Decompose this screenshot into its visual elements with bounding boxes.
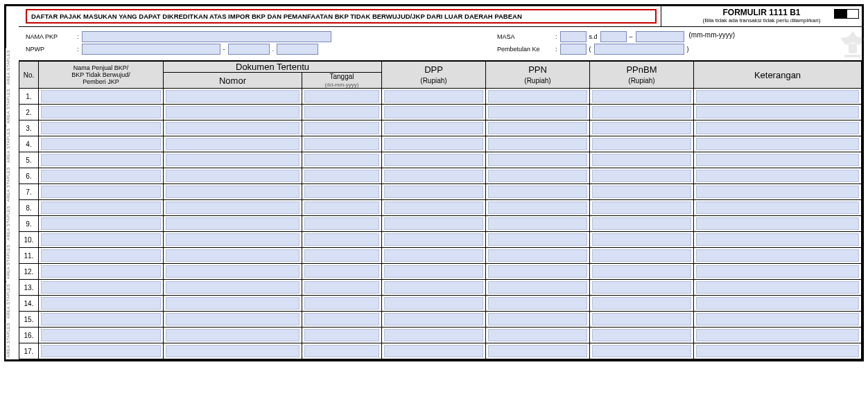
input-ppnbm[interactable] bbox=[592, 170, 691, 182]
input-nomor[interactable] bbox=[166, 233, 300, 246]
input-nama[interactable] bbox=[41, 106, 161, 118]
input-dpp[interactable] bbox=[384, 265, 483, 278]
input-nomor[interactable] bbox=[166, 90, 300, 102]
input-keterangan[interactable] bbox=[696, 170, 859, 182]
input-tanggal[interactable] bbox=[304, 90, 379, 102]
input-dpp[interactable] bbox=[384, 297, 483, 310]
input-ppn[interactable] bbox=[488, 345, 587, 357]
input-nomor[interactable] bbox=[166, 281, 300, 294]
input-ppn[interactable] bbox=[488, 154, 587, 166]
input-dpp[interactable] bbox=[384, 138, 483, 150]
input-nama[interactable] bbox=[41, 154, 161, 166]
input-dpp[interactable] bbox=[384, 281, 483, 294]
input-ppnbm[interactable] bbox=[592, 281, 691, 294]
input-nomor[interactable] bbox=[166, 106, 300, 118]
input-nomor[interactable] bbox=[166, 249, 300, 262]
input-ppnbm[interactable] bbox=[592, 106, 691, 118]
input-ppn[interactable] bbox=[488, 170, 587, 182]
input-nomor[interactable] bbox=[166, 345, 300, 357]
pembetulan-no-input[interactable] bbox=[560, 44, 587, 55]
input-nomor[interactable] bbox=[166, 138, 300, 150]
nama-pkp-input[interactable] bbox=[82, 31, 331, 42]
input-keterangan[interactable] bbox=[696, 90, 859, 102]
input-nama[interactable] bbox=[41, 233, 161, 246]
input-keterangan[interactable] bbox=[696, 202, 859, 214]
input-dpp[interactable] bbox=[384, 217, 483, 230]
input-nama[interactable] bbox=[41, 329, 161, 341]
masa-from-input[interactable] bbox=[560, 31, 587, 42]
input-ppnbm[interactable] bbox=[592, 265, 691, 278]
input-keterangan[interactable] bbox=[696, 106, 859, 118]
input-tanggal[interactable] bbox=[304, 186, 379, 198]
npwp-input-3[interactable] bbox=[277, 44, 318, 55]
input-nama[interactable] bbox=[41, 186, 161, 198]
masa-to-input[interactable] bbox=[600, 31, 627, 42]
input-ppn[interactable] bbox=[488, 106, 587, 118]
input-nomor[interactable] bbox=[166, 265, 300, 278]
input-ppn[interactable] bbox=[488, 233, 587, 246]
input-tanggal[interactable] bbox=[304, 138, 379, 150]
input-nama[interactable] bbox=[41, 202, 161, 214]
input-nomor[interactable] bbox=[166, 313, 300, 325]
input-nama[interactable] bbox=[41, 265, 161, 278]
input-nomor[interactable] bbox=[166, 202, 300, 214]
input-dpp[interactable] bbox=[384, 90, 483, 102]
input-nama[interactable] bbox=[41, 249, 161, 262]
input-ppnbm[interactable] bbox=[592, 233, 691, 246]
input-ppn[interactable] bbox=[488, 313, 587, 325]
input-ppnbm[interactable] bbox=[592, 297, 691, 310]
input-keterangan[interactable] bbox=[696, 281, 859, 294]
checkbox-2[interactable] bbox=[847, 9, 859, 19]
input-tanggal[interactable] bbox=[304, 249, 379, 262]
input-nama[interactable] bbox=[41, 297, 161, 310]
input-keterangan[interactable] bbox=[696, 249, 859, 262]
input-ppnbm[interactable] bbox=[592, 90, 691, 102]
input-tanggal[interactable] bbox=[304, 329, 379, 341]
input-nama[interactable] bbox=[41, 313, 161, 325]
input-ppnbm[interactable] bbox=[592, 329, 691, 341]
input-ppn[interactable] bbox=[488, 249, 587, 262]
input-dpp[interactable] bbox=[384, 186, 483, 198]
input-keterangan[interactable] bbox=[696, 217, 859, 230]
input-keterangan[interactable] bbox=[696, 138, 859, 150]
input-nama[interactable] bbox=[41, 217, 161, 230]
input-nama[interactable] bbox=[41, 345, 161, 357]
input-ppn[interactable] bbox=[488, 90, 587, 102]
input-ppnbm[interactable] bbox=[592, 202, 691, 214]
input-dpp[interactable] bbox=[384, 122, 483, 134]
masa-year-input[interactable] bbox=[636, 31, 684, 42]
input-nomor[interactable] bbox=[166, 122, 300, 134]
input-tanggal[interactable] bbox=[304, 154, 379, 166]
input-keterangan[interactable] bbox=[696, 233, 859, 246]
input-nama[interactable] bbox=[41, 281, 161, 294]
input-keterangan[interactable] bbox=[696, 329, 859, 341]
pembetulan-word-input[interactable] bbox=[594, 44, 684, 55]
checkbox-1[interactable] bbox=[834, 9, 847, 19]
input-keterangan[interactable] bbox=[696, 186, 859, 198]
input-ppnbm[interactable] bbox=[592, 313, 691, 325]
input-ppn[interactable] bbox=[488, 297, 587, 310]
input-dpp[interactable] bbox=[384, 106, 483, 118]
input-dpp[interactable] bbox=[384, 154, 483, 166]
input-ppnbm[interactable] bbox=[592, 186, 691, 198]
input-keterangan[interactable] bbox=[696, 313, 859, 325]
input-ppn[interactable] bbox=[488, 122, 587, 134]
input-keterangan[interactable] bbox=[696, 297, 859, 310]
input-tanggal[interactable] bbox=[304, 313, 379, 325]
input-keterangan[interactable] bbox=[696, 345, 859, 357]
input-dpp[interactable] bbox=[384, 249, 483, 262]
input-nama[interactable] bbox=[41, 90, 161, 102]
npwp-input-1[interactable] bbox=[82, 44, 220, 55]
input-dpp[interactable] bbox=[384, 345, 483, 357]
input-ppnbm[interactable] bbox=[592, 345, 691, 357]
input-tanggal[interactable] bbox=[304, 297, 379, 310]
input-nomor[interactable] bbox=[166, 186, 300, 198]
input-dpp[interactable] bbox=[384, 233, 483, 246]
input-tanggal[interactable] bbox=[304, 170, 379, 182]
input-nomor[interactable] bbox=[166, 170, 300, 182]
input-ppnbm[interactable] bbox=[592, 138, 691, 150]
input-nomor[interactable] bbox=[166, 329, 300, 341]
input-ppn[interactable] bbox=[488, 138, 587, 150]
input-tanggal[interactable] bbox=[304, 202, 379, 214]
input-ppn[interactable] bbox=[488, 202, 587, 214]
